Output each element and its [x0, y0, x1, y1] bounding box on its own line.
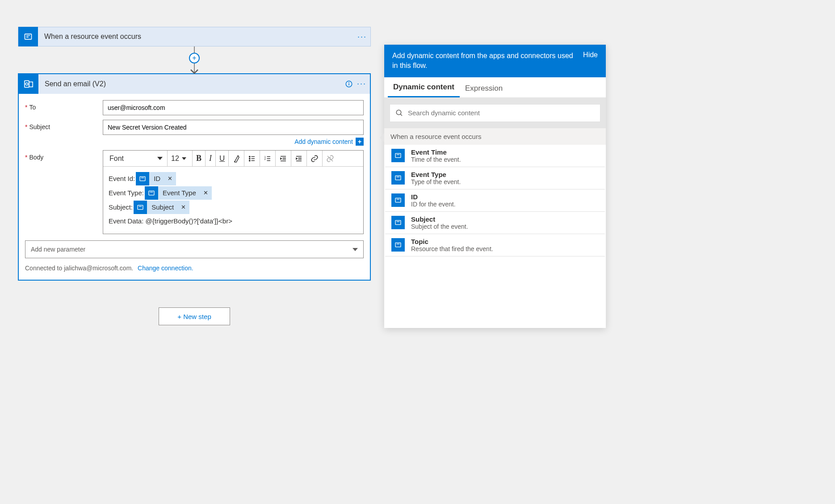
dc-item-name: ID — [411, 193, 456, 201]
token-remove-button[interactable]: ✕ — [177, 202, 189, 213]
tab-expression[interactable]: Expression — [460, 80, 508, 97]
svg-rect-28 — [149, 191, 154, 195]
link-button[interactable] — [307, 151, 323, 167]
trigger-card[interactable]: When a resource event occurs ··· — [18, 27, 371, 46]
subject-label: *Subject — [25, 120, 103, 130]
rte-toolbar: Font 12 B I U 12 — [103, 151, 363, 167]
number-list-button[interactable]: 12 — [260, 151, 276, 167]
trigger-title: When a resource event occurs — [38, 33, 357, 41]
event-grid-icon — [391, 216, 405, 229]
action-header[interactable]: Send an email (V2) ··· — [19, 74, 370, 94]
insert-step-button[interactable]: + — [189, 53, 200, 63]
token-remove-button[interactable]: ✕ — [200, 188, 212, 199]
event-grid-icon — [134, 201, 147, 214]
body-text: Event Type: — [109, 187, 144, 200]
subject-input[interactable] — [103, 120, 364, 135]
svg-rect-2 — [29, 82, 33, 87]
svg-rect-27 — [140, 176, 145, 181]
hide-panel-button[interactable]: Hide — [583, 51, 598, 59]
body-text: Event Data: @{triggerBody()?['data']}<br… — [109, 215, 358, 228]
event-grid-icon — [391, 149, 405, 162]
dc-section-header: When a resource event occurs — [384, 128, 606, 145]
bullet-list-button[interactable] — [244, 151, 260, 167]
event-grid-icon — [391, 171, 405, 185]
event-grid-icon — [145, 186, 158, 200]
svg-point-6 — [349, 82, 349, 83]
underline-button[interactable]: U — [216, 151, 229, 167]
trigger-menu-button[interactable]: ··· — [357, 32, 370, 42]
action-title: Send an email (V2) — [38, 80, 341, 88]
dynamic-content-panel: Add dynamic content from the apps and co… — [384, 45, 606, 328]
outlook-icon — [19, 74, 38, 94]
svg-text:2: 2 — [264, 158, 266, 160]
body-editor: Font 12 B I U 12 — [103, 150, 364, 234]
body-text: Event Id: — [109, 172, 135, 185]
font-select[interactable]: Font — [105, 151, 168, 167]
token-event-type[interactable]: Event Type ✕ — [145, 186, 212, 200]
italic-button[interactable]: I — [206, 151, 216, 167]
dc-item-name: Event Type — [411, 171, 461, 178]
dynamic-content-badge-icon: + — [356, 138, 364, 146]
body-label: *Body — [25, 150, 103, 161]
svg-rect-34 — [395, 198, 401, 202]
dc-item-desc: ID for the event. — [411, 201, 456, 208]
dc-item-desc: Subject of the event. — [411, 223, 468, 230]
svg-rect-33 — [395, 176, 401, 180]
svg-rect-29 — [138, 205, 143, 209]
dc-item-desc: Type of the event. — [411, 178, 461, 185]
bold-button[interactable]: B — [193, 151, 206, 167]
event-grid-icon — [18, 27, 38, 46]
dc-item[interactable]: TopicResource that fired the event. — [385, 234, 605, 256]
event-grid-icon — [391, 238, 405, 252]
dc-item-name: Topic — [411, 238, 493, 245]
svg-point-3 — [25, 83, 28, 85]
color-button[interactable] — [229, 151, 244, 167]
dc-item[interactable]: IDID for the event. — [385, 189, 605, 212]
unlink-button[interactable] — [323, 151, 338, 167]
svg-rect-35 — [395, 221, 401, 225]
body-text: Subject: — [109, 201, 133, 214]
to-label: *To — [25, 100, 103, 111]
tab-dynamic-content[interactable]: Dynamic content — [388, 78, 460, 97]
search-icon — [395, 109, 403, 117]
add-dynamic-content-link[interactable]: Add dynamic content + — [25, 135, 364, 146]
dc-item-name: Event Time — [411, 148, 461, 156]
dc-item-name: Subject — [411, 215, 468, 223]
outdent-button[interactable] — [276, 151, 291, 167]
connection-info: Connected to jalichwa@microsoft.com. Cha… — [25, 258, 364, 276]
flow-connector: + — [18, 46, 371, 73]
svg-line-31 — [400, 114, 402, 116]
token-id[interactable]: ID ✕ — [136, 172, 176, 185]
token-remove-button[interactable]: ✕ — [164, 173, 176, 185]
svg-point-8 — [249, 158, 250, 159]
action-card: Send an email (V2) ··· *To *Subject — [18, 73, 371, 281]
dc-item-desc: Time of the event. — [411, 156, 461, 163]
event-grid-icon — [136, 172, 149, 185]
dc-item[interactable]: Event TimeTime of the event. — [385, 145, 605, 167]
dc-item-desc: Resource that fired the event. — [411, 245, 493, 252]
panel-header-text: Add dynamic content from the apps and co… — [392, 51, 576, 71]
svg-point-9 — [249, 160, 250, 161]
add-parameter-dropdown[interactable]: Add new parameter — [25, 240, 364, 258]
search-input[interactable] — [408, 109, 595, 117]
dc-item[interactable]: SubjectSubject of the event. — [385, 212, 605, 234]
info-button[interactable] — [341, 76, 357, 92]
to-input[interactable] — [103, 100, 364, 115]
event-grid-icon — [391, 193, 405, 207]
panel-pointer-icon — [380, 133, 384, 142]
body-content[interactable]: Event Id: ID ✕ Event Type: — [103, 167, 363, 234]
svg-rect-36 — [395, 243, 401, 247]
indent-button[interactable] — [291, 151, 307, 167]
token-subject[interactable]: Subject ✕ — [134, 201, 189, 214]
dc-item[interactable]: Event TypeType of the event. — [385, 167, 605, 189]
action-menu-button[interactable]: ··· — [357, 79, 370, 88]
new-step-button[interactable]: + New step — [159, 307, 230, 325]
change-connection-link[interactable]: Change connection. — [138, 265, 193, 272]
svg-point-30 — [396, 110, 401, 115]
font-size-select[interactable]: 12 — [168, 151, 193, 167]
svg-rect-32 — [395, 154, 401, 158]
svg-point-7 — [249, 156, 250, 157]
